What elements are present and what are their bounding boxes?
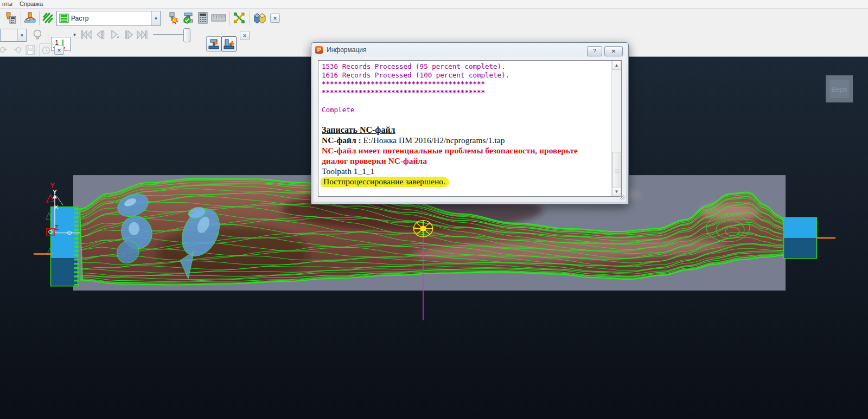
toolpath-batch-button[interactable] — [2, 10, 18, 25]
help-icon: ? — [593, 48, 596, 54]
transform-button[interactable] — [232, 10, 247, 25]
dialog-line: NC-файл : E:/Ножка ПМ 2016/H2/ncprograms… — [322, 135, 607, 145]
clock-icon — [42, 46, 50, 55]
close-icon: ✕ — [611, 48, 616, 54]
axis-label-y-white: Y — [53, 189, 58, 195]
skip-to-start-button[interactable] — [80, 28, 93, 41]
app-window: нты Справка — [0, 0, 868, 419]
simulate-ok-icon — [182, 11, 195, 24]
toolbar-separator — [48, 29, 48, 41]
tool-arc-icon — [23, 11, 36, 24]
raster-strategy-button[interactable] — [41, 11, 55, 25]
save-icon — [25, 45, 35, 55]
strategy-combo[interactable]: Растр ▼ — [56, 11, 161, 26]
raster-bars-icon — [59, 14, 69, 23]
toolbar-separator — [36, 44, 36, 55]
toolbar-separator — [163, 11, 163, 25]
dialog-line: Toolpath 1_1_1 — [322, 166, 607, 176]
dialog-line — [322, 97, 607, 106]
play-button[interactable] — [108, 28, 121, 41]
axis-label-x-white: X — [54, 204, 58, 210]
dialog-line: **************************************** — [322, 80, 607, 88]
skip-end-icon — [136, 30, 148, 40]
raster-stripes-icon — [42, 12, 54, 24]
machine-sim2-button[interactable] — [221, 36, 237, 51]
step-forward-icon — [124, 30, 135, 40]
shade-toggle-button[interactable] — [31, 28, 44, 41]
tool-calculator-icon — [4, 11, 17, 24]
step-forward-button[interactable] — [123, 28, 136, 41]
dialog-client-area: 1536 Records Processed (95 percent compl… — [314, 57, 626, 202]
frame-combo[interactable]: ▼ — [0, 29, 27, 42]
play-icon — [109, 29, 120, 40]
measure-icon — [211, 13, 226, 23]
menu-item-tools[interactable]: нты — [0, 1, 15, 8]
dialog-title: Информация — [327, 46, 366, 54]
undo-icon: ⟲ — [14, 46, 21, 55]
machine-sim-button[interactable] — [206, 36, 221, 51]
dialog-line: Complete — [322, 106, 607, 114]
machine-sim2-icon — [223, 38, 235, 50]
skip-to-end-button[interactable] — [136, 28, 149, 41]
save-button[interactable] — [24, 43, 37, 56]
scroll-up-icon[interactable]: ▲ — [612, 61, 621, 70]
chevron-down-icon[interactable]: ▼ — [151, 11, 160, 25]
skip-start-icon — [80, 30, 92, 40]
close-toolbar-button[interactable]: ✕ — [240, 31, 250, 40]
measure-button[interactable] — [210, 11, 227, 24]
dialog-output: 1536 Records Processed (95 percent compl… — [322, 62, 607, 186]
menu-item-help[interactable]: Справка — [17, 1, 45, 8]
dialog-line: 1536 Records Processed (95 percent compl… — [322, 62, 607, 71]
top-view-button[interactable]: Верх — [826, 75, 853, 102]
redo-button[interactable]: ⟳ — [0, 43, 10, 56]
close-toolbar-button[interactable]: ✕ — [54, 46, 64, 55]
resize-grip[interactable] — [620, 195, 625, 201]
step-back-button[interactable] — [94, 28, 107, 41]
help-button[interactable]: ? — [587, 46, 602, 56]
view-blocks-icon — [253, 11, 267, 24]
bulb-icon — [33, 29, 42, 40]
dialog-line: диалог проверки NC-файла — [322, 156, 607, 166]
speed-slider-thumb[interactable] — [183, 28, 190, 42]
view-blocks-button[interactable] — [252, 10, 268, 25]
frame-dropdown-arrow[interactable]: ▼ — [71, 30, 79, 39]
dialog-title-bar[interactable]: P Информация — [311, 43, 628, 57]
collision-check-icon — [167, 11, 180, 24]
collision-check-button[interactable] — [165, 10, 181, 25]
strategy-combo-value: Растр — [71, 15, 88, 22]
scrollbar-thumb[interactable] — [612, 152, 622, 192]
axis-label-z-red: Z — [54, 224, 59, 231]
redo-icon: ⟳ — [0, 46, 7, 55]
toolbar-separator — [39, 11, 40, 25]
powermill-app-icon: P — [315, 46, 323, 54]
toolbar-separator — [21, 11, 21, 25]
right-stock-squares — [784, 217, 817, 258]
dialog-line: **************************************** — [322, 88, 607, 97]
menu-bar: нты Справка — [0, 0, 868, 9]
dialog-line — [322, 114, 607, 125]
info-dialog: P Информация ? ✕ 1536 Records Processed … — [311, 42, 629, 204]
close-dialog-button[interactable]: ✕ — [604, 46, 623, 56]
close-toolbar-button[interactable]: ✕ — [270, 14, 280, 23]
axis-label-y-red: Y — [50, 181, 55, 189]
simulate-verify-button[interactable] — [181, 10, 196, 25]
top-view-label: Верх — [831, 85, 847, 93]
transform-arrows-icon — [233, 11, 246, 24]
dialog-line: 1616 Records Processed (100 percent comp… — [322, 71, 607, 80]
dialog-line: NC-файл имеет потенциальные проблемы без… — [322, 145, 607, 156]
toolbar-separator — [250, 11, 250, 25]
calculator-button[interactable] — [196, 11, 209, 25]
dialog-line: Постпроцессирование завершено. — [322, 176, 607, 186]
step-back-icon — [95, 30, 106, 40]
clock-button[interactable] — [39, 43, 53, 57]
chevron-down-icon[interactable]: ▼ — [17, 29, 26, 41]
crosshair-marker — [414, 221, 433, 237]
calculator-icon — [197, 12, 208, 24]
dialog-line: Записать NC-файл — [322, 125, 607, 135]
dialog-scrollbar[interactable]: ▲ ▼ — [611, 61, 621, 196]
undo-button[interactable]: ⟲ — [11, 43, 24, 56]
dialog-output-area[interactable]: 1536 Records Processed (95 percent compl… — [318, 60, 622, 197]
toolbar-separator — [229, 11, 230, 25]
machine-sim-icon — [208, 38, 220, 50]
tool-holder-button[interactable] — [22, 10, 37, 25]
